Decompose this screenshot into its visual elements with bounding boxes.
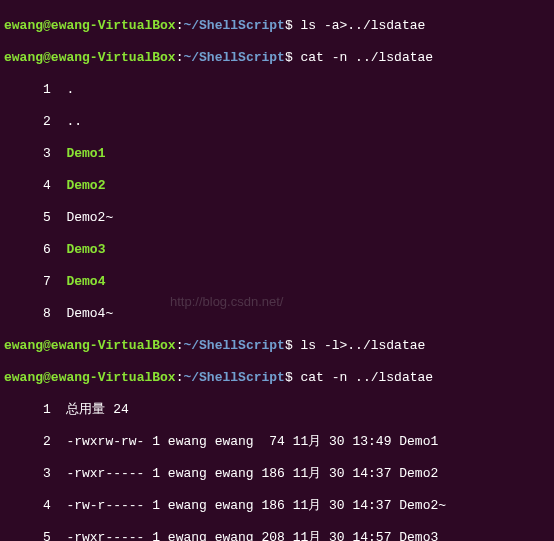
output-line: 2 .. [4, 114, 550, 130]
prompt-line-1: ewang@ewang-VirtualBox:~/ShellScript$ ls… [4, 18, 550, 34]
prompt-host: ewang-VirtualBox [51, 18, 176, 33]
executable-name: Demo3 [66, 242, 105, 257]
output-line: 4 -rw-r----- 1 ewang ewang 186 11月 30 14… [4, 498, 550, 514]
output-line: 3 Demo1 [4, 146, 550, 162]
output-line: 8 Demo4~ [4, 306, 550, 322]
prompt-dollar: $ [285, 18, 301, 33]
command-4: cat -n ../lsdatae [301, 370, 434, 385]
executable-name: Demo4 [66, 274, 105, 289]
command-1: ls -a>../lsdatae [301, 18, 426, 33]
prompt-line-2: ewang@ewang-VirtualBox:~/ShellScript$ ca… [4, 50, 550, 66]
output-line: 5 -rwxr----- 1 ewang ewang 208 11月 30 14… [4, 530, 550, 541]
output-line: 1 总用量 24 [4, 402, 550, 418]
output-line: 5 Demo2~ [4, 210, 550, 226]
output-line: 3 -rwxr----- 1 ewang ewang 186 11月 30 14… [4, 466, 550, 482]
output-line: 1 . [4, 82, 550, 98]
executable-name: Demo2 [66, 178, 105, 193]
prompt-line-3: ewang@ewang-VirtualBox:~/ShellScript$ ls… [4, 338, 550, 354]
output-line: 6 Demo3 [4, 242, 550, 258]
output-line: 4 Demo2 [4, 178, 550, 194]
prompt-path: ~/ShellScript [183, 18, 284, 33]
prompt-line-4: ewang@ewang-VirtualBox:~/ShellScript$ ca… [4, 370, 550, 386]
output-line: 2 -rwxrw-rw- 1 ewang ewang 74 11月 30 13:… [4, 434, 550, 450]
command-3: ls -l>../lsdatae [301, 338, 426, 353]
executable-name: Demo1 [66, 146, 105, 161]
command-2: cat -n ../lsdatae [301, 50, 434, 65]
prompt-at: @ [43, 18, 51, 33]
output-line: 7 Demo4 [4, 274, 550, 290]
prompt-user: ewang [4, 18, 43, 33]
terminal[interactable]: ewang@ewang-VirtualBox:~/ShellScript$ ls… [0, 0, 554, 541]
